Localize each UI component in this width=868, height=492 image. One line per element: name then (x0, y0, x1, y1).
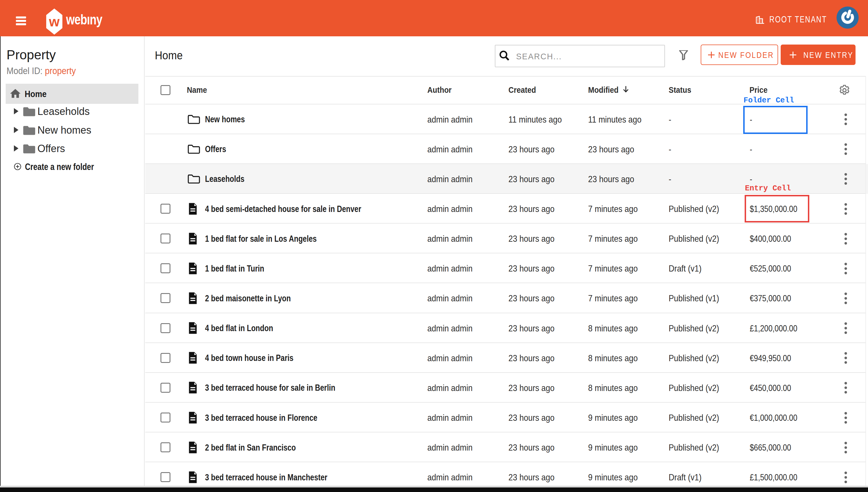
svg-text:w: w (49, 14, 60, 29)
